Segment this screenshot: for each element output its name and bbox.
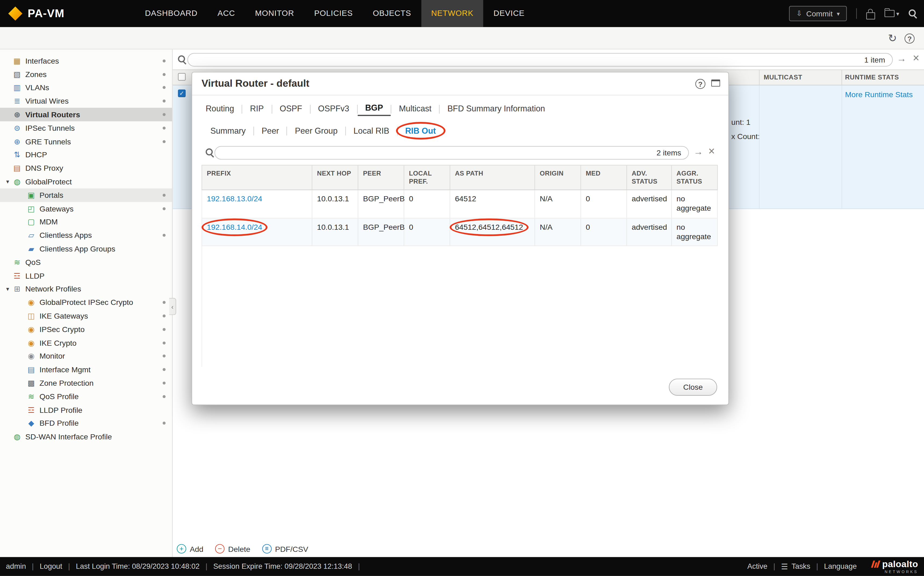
sidebar-item-virtual-wires[interactable]: ≣Virtual Wires [0, 94, 172, 108]
sidebar-item-qos-profile[interactable]: ≋QoS Profile [0, 390, 172, 403]
sidebar-item-bfd-profile[interactable]: ◆BFD Profile [0, 416, 172, 430]
sidebar-item-zone-protection[interactable]: ▩Zone Protection [0, 376, 172, 390]
prefix-link[interactable]: 192.168.13.0/24 [207, 194, 262, 203]
sidebar-item-interfaces[interactable]: ▦Interfaces [0, 54, 172, 68]
sidebar-item-dhcp[interactable]: ⇅DHCP [0, 148, 172, 162]
status-bar-right: Active | ☰Tasks | Language paloalto NETW… [747, 559, 918, 574]
sidebar-item-portals[interactable]: ▣Portals [0, 189, 172, 202]
subtab-summary[interactable]: Summary [203, 125, 253, 137]
column-header-med[interactable]: MED [581, 165, 627, 189]
sidebar-item-monitor[interactable]: ◉Monitor [0, 349, 172, 363]
column-header-peer[interactable]: PEER [358, 165, 404, 189]
subtab-peer-group[interactable]: Peer Group [287, 125, 345, 137]
nav-dashboard[interactable]: DASHBOARD [135, 0, 207, 27]
sidebar-item-ike-crypto[interactable]: ◉IKE Crypto [0, 336, 172, 349]
language-button[interactable]: Language [824, 562, 857, 571]
refresh-icon[interactable]: ↻ [888, 32, 897, 45]
virtual-routers-icon: ⊛ [12, 110, 22, 119]
clear-filter-icon[interactable]: × [913, 52, 919, 65]
sidebar-item-clientless-app-groups[interactable]: ▰Clientless App Groups [0, 242, 172, 256]
sidebar-item-lldp-profile[interactable]: ☲LLDP Profile [0, 403, 172, 416]
sidebar-item-network-profiles[interactable]: ▾⊞Network Profiles [0, 282, 172, 296]
sidebar-item-gre-tunnels[interactable]: ⊕GRE Tunnels [0, 135, 172, 148]
item-dot [163, 328, 166, 331]
nav-policies[interactable]: POLICIES [304, 0, 363, 27]
select-all-checkbox[interactable] [178, 73, 186, 81]
save-config-icon[interactable]: ▾ [884, 10, 899, 17]
sidebar-item-virtual-routers[interactable]: ⊛Virtual Routers [0, 108, 172, 121]
pdf-csv-button[interactable]: ≣PDF/CSV [262, 544, 308, 554]
virtual-router-dialog: Virtual Router - default ? RoutingRIPOSP… [191, 72, 729, 405]
commit-button[interactable]: ⇩ Commit ▾ [789, 6, 847, 21]
sidebar-item-label: QoS [25, 258, 40, 267]
interface-mgmt-icon: ▤ [26, 365, 37, 374]
sidebar-item-gateways[interactable]: ◰Gateways [0, 202, 172, 215]
nav-device[interactable]: DEVICE [483, 0, 534, 27]
expand-caret-icon[interactable]: ▾ [3, 179, 12, 185]
logout-link[interactable]: Logout [40, 562, 62, 571]
column-header-local-pref[interactable]: LOCAL PREF. [404, 165, 450, 189]
item-dot [163, 140, 166, 143]
column-header-origin[interactable]: ORIGIN [535, 165, 581, 189]
column-header-runtime-stats[interactable]: RUNTIME STATS [845, 74, 899, 80]
delete-button[interactable]: −Delete [215, 544, 250, 554]
tasks-button[interactable]: ☰Tasks [781, 562, 810, 571]
add-button[interactable]: +Add [177, 544, 203, 554]
dialog-maximize-icon[interactable] [711, 80, 720, 86]
sidebar-item-globalprotect[interactable]: ▾◍GlobalProtect [0, 175, 172, 189]
nav-objects[interactable]: OBJECTS [363, 0, 421, 27]
tab-ospf[interactable]: OSPF [272, 102, 310, 115]
tab-bfd-summary-information[interactable]: BFD Summary Information [440, 102, 553, 115]
search-input[interactable] [188, 53, 893, 66]
row-checkbox[interactable]: ✓ [178, 90, 186, 97]
column-header-prefix[interactable]: PREFIX [202, 165, 313, 189]
tab-routing[interactable]: Routing [198, 102, 242, 115]
subtab-rib-out[interactable]: RIB Out [398, 125, 443, 137]
apply-filter-icon[interactable]: → [897, 54, 906, 64]
sidebar-item-zones[interactable]: ▧Zones [0, 68, 172, 81]
sidebar-item-label: GRE Tunnels [25, 137, 71, 146]
table-row[interactable]: 192.168.14.0/2410.0.13.1BGP_PeerB064512,… [201, 218, 718, 246]
tab-multicast[interactable]: Multicast [391, 102, 439, 115]
close-button[interactable]: Close [669, 379, 717, 396]
prefix-link[interactable]: 192.168.14.0/24 [207, 222, 262, 232]
sidebar-item-ike-gateways[interactable]: ◫IKE Gateways [0, 309, 172, 323]
sidebar-item-ipsec-tunnels[interactable]: ⊜IPSec Tunnels [0, 121, 172, 135]
column-header-next-hop[interactable]: NEXT HOP [313, 165, 358, 189]
column-header-as-path[interactable]: AS PATH [450, 165, 535, 189]
sidebar-item-ipsec-crypto[interactable]: ◉IPSec Crypto [0, 323, 172, 336]
apply-filter-icon[interactable]: → [693, 147, 703, 157]
sidebar-item-lldp[interactable]: ☲LLDP [0, 269, 172, 282]
clear-filter-icon[interactable]: × [708, 145, 715, 158]
expand-caret-icon[interactable]: ▾ [3, 286, 12, 292]
subtab-peer[interactable]: Peer [254, 125, 287, 137]
tab-rip[interactable]: RIP [242, 102, 271, 115]
tab-ospfv3[interactable]: OSPFv3 [311, 102, 357, 115]
sidebar-item-globalprotect-ipsec-crypto[interactable]: ◉GlobalProtect IPSec Crypto [0, 296, 172, 309]
sidebar-item-qos[interactable]: ≋QoS [0, 256, 172, 269]
sidebar-item-vlans[interactable]: ▥VLANs [0, 81, 172, 94]
nav-acc[interactable]: ACC [208, 0, 245, 27]
column-header-aggr-status[interactable]: AGGR. STATUS [672, 165, 718, 189]
tab-bgp[interactable]: BGP [358, 102, 391, 116]
subtab-local-rib[interactable]: Local RIB [346, 125, 397, 137]
sidebar-collapse-handle[interactable]: ‹ [169, 298, 176, 315]
nav-network[interactable]: NETWORK [421, 0, 483, 27]
column-header-adv-status[interactable]: ADV. STATUS [627, 165, 672, 189]
table-row[interactable]: 192.168.13.0/2410.0.13.1BGP_PeerB064512N… [201, 190, 718, 218]
column-header-multicast[interactable]: MULTICAST [764, 74, 802, 80]
modal-search-input[interactable] [215, 146, 689, 160]
global-search-icon[interactable] [909, 10, 917, 18]
nav-monitor[interactable]: MONITOR [245, 0, 304, 27]
sidebar-item-label: Gateways [40, 204, 74, 213]
sidebar-item-interface-mgmt[interactable]: ▤Interface Mgmt [0, 363, 172, 376]
sidebar-item-dns-proxy[interactable]: ▤DNS Proxy [0, 162, 172, 175]
dialog-help-icon[interactable]: ? [695, 79, 705, 89]
help-icon[interactable]: ? [905, 34, 914, 43]
lock-icon[interactable] [866, 12, 875, 19]
sidebar-item-clientless-apps[interactable]: ▱Clientless Apps [0, 229, 172, 242]
more-runtime-stats-link[interactable]: More Runtime Stats [845, 90, 913, 99]
sidebar-item-sd-wan-interface-profile[interactable]: ◍SD-WAN Interface Profile [0, 430, 172, 443]
sidebar-item-mdm[interactable]: ▢MDM [0, 215, 172, 229]
sidebar-item-label: IKE Gateways [40, 312, 88, 320]
